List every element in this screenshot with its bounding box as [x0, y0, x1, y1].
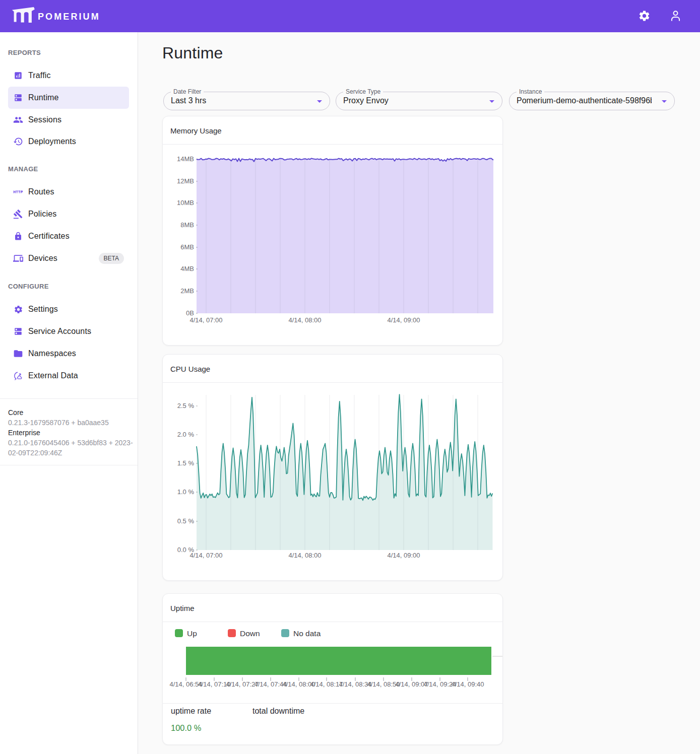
- svg-text:0.5 %: 0.5 %: [177, 517, 195, 525]
- svg-text:4/14, 09:00: 4/14, 09:00: [387, 316, 420, 324]
- svg-text:4/14, 07:00: 4/14, 07:00: [189, 552, 222, 559]
- svg-text:2.5 %: 2.5 %: [177, 402, 195, 409]
- svg-text:4MB: 4MB: [180, 265, 194, 272]
- svg-text:0B: 0B: [186, 309, 194, 317]
- svg-text:1.5 %: 1.5 %: [177, 459, 195, 467]
- svg-text:6MB: 6MB: [180, 243, 194, 251]
- svg-text:12MB: 12MB: [177, 177, 194, 185]
- svg-text:10MB: 10MB: [177, 199, 194, 207]
- svg-text:2.0 %: 2.0 %: [177, 431, 195, 438]
- svg-text:4/14, 09:40: 4/14, 09:40: [451, 680, 484, 688]
- svg-text:2MB: 2MB: [180, 287, 194, 295]
- svg-text:4/14, 08:00: 4/14, 08:00: [288, 552, 321, 559]
- svg-text:4/14, 08:17: 4/14, 08:17: [310, 680, 343, 688]
- svg-text:4/14, 07:00: 4/14, 07:00: [189, 316, 222, 324]
- svg-text:1.0 %: 1.0 %: [177, 488, 195, 496]
- svg-text:4/14, 08:00: 4/14, 08:00: [288, 316, 321, 324]
- svg-text:8MB: 8MB: [180, 221, 194, 229]
- svg-text:4/14, 09:00: 4/14, 09:00: [387, 552, 420, 559]
- svg-text:14MB: 14MB: [177, 155, 194, 163]
